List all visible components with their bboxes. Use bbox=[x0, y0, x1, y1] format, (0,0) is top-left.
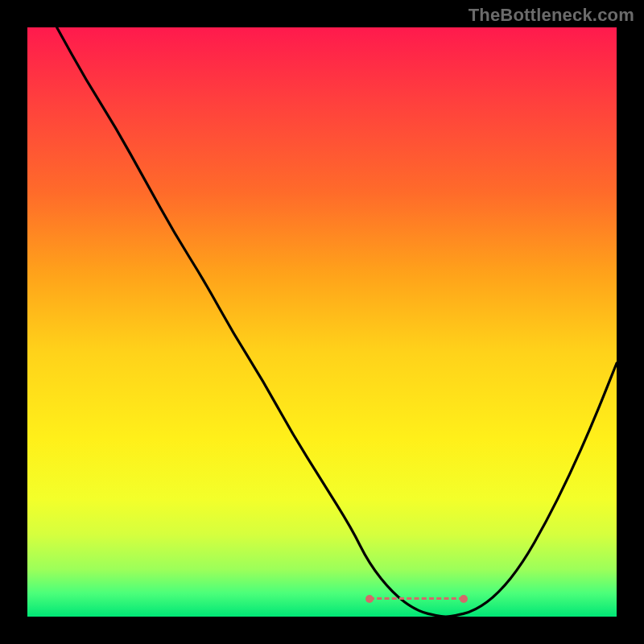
optimal-range-start-dot bbox=[365, 595, 374, 603]
optimal-range-end-dot bbox=[460, 595, 468, 603]
bottleneck-curve bbox=[27, 27, 617, 617]
chart-frame: TheBottleneck.com bbox=[0, 0, 644, 644]
plot-area bbox=[27, 27, 617, 617]
optimal-range-band bbox=[369, 597, 464, 607]
watermark-text: TheBottleneck.com bbox=[469, 5, 634, 26]
